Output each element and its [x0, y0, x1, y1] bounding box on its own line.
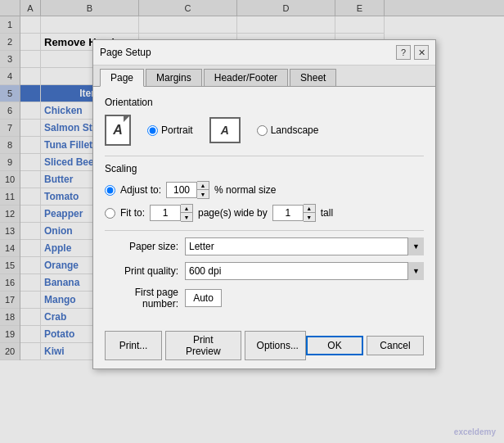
adjust-to-option[interactable]	[105, 185, 115, 196]
close-button[interactable]: ✕	[414, 45, 429, 60]
adjust-unit-label: % normal size	[214, 184, 276, 196]
tab-page[interactable]: Page	[100, 69, 144, 87]
dialog-actions: Print... Print Preview Options... OK Can…	[93, 326, 435, 368]
orientation-label: Orientation	[105, 97, 424, 108]
portrait-label: Portrait	[161, 124, 193, 136]
print-quality-label: Print quality:	[105, 265, 178, 277]
first-page-input[interactable]	[185, 289, 222, 307]
print-quality-select[interactable]: 600 dpi 300 dpi	[185, 262, 424, 280]
scaling-label: Scaling	[105, 163, 424, 174]
landscape-radio[interactable]	[257, 125, 268, 136]
ok-button[interactable]: OK	[306, 336, 363, 355]
adjust-value-input[interactable]	[166, 182, 197, 198]
first-page-row: First page number:	[105, 287, 424, 310]
print-quality-row: Print quality: 600 dpi 300 dpi ▼	[105, 262, 424, 280]
landscape-icon-text: A	[221, 124, 229, 137]
fit-to-option[interactable]	[105, 208, 115, 219]
dialog-overlay: Page Setup ? ✕ Page Margins Header/Foote…	[0, 0, 504, 443]
landscape-label: Landscape	[271, 124, 319, 136]
fit-pages-up[interactable]: ▲	[181, 205, 192, 213]
first-page-label: First page number:	[105, 287, 178, 310]
tab-header-footer[interactable]: Header/Footer	[204, 69, 288, 86]
portrait-radio[interactable]	[147, 125, 158, 136]
fit-tall-btns: ▲ ▼	[304, 204, 316, 222]
print-preview-button[interactable]: Print Preview	[165, 331, 241, 360]
paper-size-label: Paper size:	[105, 241, 178, 252]
landscape-icon: A	[209, 117, 241, 143]
action-left-buttons: Print... Print Preview Options...	[105, 331, 306, 360]
fit-pages-down[interactable]: ▼	[181, 213, 192, 221]
scaling-section: Scaling Adjust to: ▲ ▼ % normal size	[105, 163, 424, 222]
fit-pages-btns: ▲ ▼	[181, 204, 193, 222]
options-button[interactable]: Options...	[245, 331, 306, 360]
adjust-up-btn[interactable]: ▲	[197, 182, 209, 190]
portrait-option[interactable]: Portrait	[147, 124, 193, 136]
fit-tall-spinner[interactable]: ▲ ▼	[272, 204, 316, 222]
portrait-icon: A	[105, 115, 131, 146]
adjust-spinner-btns: ▲ ▼	[197, 181, 209, 199]
fit-to-radio[interactable]	[105, 208, 115, 219]
dialog-title: Page Setup	[100, 47, 151, 58]
action-right-buttons: OK Cancel	[306, 336, 424, 355]
fit-tall-unit: tall	[321, 207, 333, 219]
fit-to-label: Fit to:	[120, 207, 145, 219]
page-setup-dialog: Page Setup ? ✕ Page Margins Header/Foote…	[92, 39, 436, 369]
help-button[interactable]: ?	[396, 45, 411, 60]
divider-2	[105, 230, 424, 231]
dialog-titlebar: Page Setup ? ✕	[93, 40, 435, 66]
tab-margins[interactable]: Margins	[146, 69, 202, 86]
adjust-to-radio[interactable]	[105, 185, 115, 196]
paper-size-select-wrapper[interactable]: Letter A4 ▼	[185, 237, 424, 255]
paper-size-select[interactable]: Letter A4	[185, 237, 424, 255]
adjust-to-row: Adjust to: ▲ ▼ % normal size	[105, 181, 424, 199]
fit-to-row: Fit to: ▲ ▼ page(s) wide by ▲ ▼	[105, 204, 424, 222]
dialog-controls: ? ✕	[396, 45, 429, 60]
fit-pages-input[interactable]	[150, 205, 181, 221]
adjust-down-btn[interactable]: ▼	[197, 190, 209, 198]
fit-tall-input[interactable]	[272, 205, 304, 221]
adjust-to-label: Adjust to:	[120, 184, 161, 196]
dialog-tabs: Page Margins Header/Footer Sheet	[93, 66, 435, 87]
portrait-icon-text: A	[113, 123, 123, 138]
landscape-option[interactable]: Landscape	[257, 124, 319, 136]
paper-size-row: Paper size: Letter A4 ▼	[105, 237, 424, 255]
fit-tall-down[interactable]: ▼	[304, 213, 315, 221]
fit-pages-spinner[interactable]: ▲ ▼	[150, 204, 193, 222]
fit-pages-unit: page(s) wide by	[198, 207, 268, 219]
divider-1	[105, 156, 424, 156]
print-button[interactable]: Print...	[105, 331, 162, 360]
tab-sheet[interactable]: Sheet	[290, 69, 336, 86]
dialog-body: Orientation A Portrait A Landscape	[93, 87, 435, 326]
orientation-row: A Portrait A Landscape	[105, 115, 424, 146]
cancel-button[interactable]: Cancel	[367, 336, 424, 355]
adjust-spinner[interactable]: ▲ ▼	[166, 181, 209, 199]
fit-tall-up[interactable]: ▲	[304, 205, 315, 213]
print-quality-select-wrapper[interactable]: 600 dpi 300 dpi ▼	[185, 262, 424, 280]
